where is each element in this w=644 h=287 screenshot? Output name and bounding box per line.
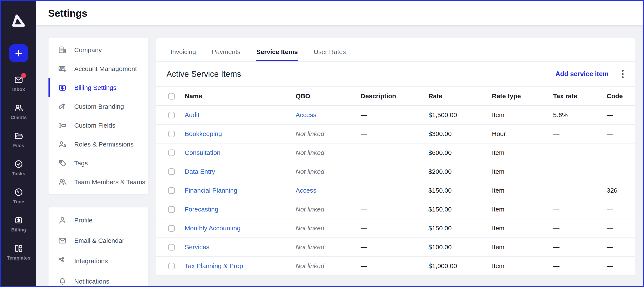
settings-nav-item-company[interactable]: Company — [48, 40, 148, 60]
email-envelope-icon — [58, 236, 67, 245]
settings-nav-item-email-calendar[interactable]: Email & Calendar — [48, 230, 148, 251]
description-cell: — — [360, 206, 428, 213]
time-clock-icon — [14, 188, 24, 197]
service-item-name-link[interactable]: Tax Planning & Prep — [185, 262, 243, 270]
app-frame: InboxClientsFilesTasksTimeBillingTemplat… — [0, 0, 644, 287]
settings-nav-item-profile[interactable]: Profile — [48, 210, 148, 230]
description-cell: — — [360, 244, 428, 251]
service-item-name-link[interactable]: Audit — [185, 111, 199, 118]
sidebar-item-label: Time — [13, 199, 24, 205]
row-checkbox[interactable] — [168, 206, 175, 213]
sidebar-item-inbox[interactable]: Inbox — [1, 70, 36, 98]
tab-user-rates[interactable]: User Rates — [314, 48, 346, 56]
column-header-code: Code — [607, 92, 635, 100]
sidebar-item-billing[interactable]: Billing — [1, 210, 36, 238]
billing-dollar-icon — [14, 216, 24, 225]
settings-nav-item-team-members-teams[interactable]: Team Members & Teams — [48, 173, 148, 192]
account-card-icon — [58, 64, 67, 73]
code-cell: — — [607, 206, 635, 213]
table-row: Monthly AccountingNot linked—$150.00Item… — [156, 219, 635, 238]
settings-nav-item-roles-permissions[interactable]: Roles & Permissions — [48, 135, 148, 154]
settings-nav-item-tags[interactable]: Tags — [48, 154, 148, 173]
sidebar-item-files[interactable]: Files — [1, 126, 36, 154]
sidebar-item-label: Files — [13, 143, 24, 148]
settings-nav-item-label: Custom Branding — [74, 103, 124, 110]
qbo-not-linked-status: Not linked — [296, 224, 324, 232]
table-row: Financial PlanningAccess—$150.00Item—326 — [156, 181, 635, 200]
service-item-name-link[interactable]: Bookkeeping — [185, 130, 222, 137]
code-cell: — — [607, 130, 635, 138]
row-checkbox[interactable] — [168, 225, 175, 232]
service-item-name-link[interactable]: Consultation — [185, 149, 220, 156]
sidebar-item-tasks[interactable]: Tasks — [1, 154, 36, 182]
table-row: ServicesNot linked—$100.00Item—— — [156, 238, 635, 257]
add-service-item-button[interactable]: Add service item — [556, 70, 608, 78]
row-checkbox[interactable] — [168, 150, 175, 156]
description-cell: — — [360, 111, 428, 118]
more-options-button[interactable] — [618, 68, 627, 80]
code-cell: — — [607, 262, 635, 270]
sidebar-nav: InboxClientsFilesTasksTimeBillingTemplat… — [1, 70, 36, 266]
settings-nav-item-account-management[interactable]: Account Management — [48, 60, 148, 78]
rate-type-cell: Item — [492, 262, 553, 270]
rate-cell: $100.00 — [428, 244, 492, 251]
teams-people-icon — [58, 178, 67, 186]
description-cell: — — [360, 149, 428, 156]
service-item-name-link[interactable]: Monthly Accounting — [185, 224, 240, 232]
rate-type-cell: Item — [492, 187, 553, 194]
rate-type-cell: Item — [492, 111, 553, 118]
qbo-linked-item-link[interactable]: Access — [296, 111, 316, 118]
tab-payments[interactable]: Payments — [212, 48, 240, 56]
settings-nav-item-integrations[interactable]: Integrations — [48, 251, 148, 271]
tab-invoicing[interactable]: Invoicing — [170, 48, 196, 56]
row-checkbox[interactable] — [168, 131, 175, 137]
column-header-name: Name — [185, 92, 296, 100]
row-checkbox[interactable] — [168, 187, 175, 194]
table-row: ConsultationNot linked—$600.00Item—— — [156, 144, 635, 162]
page-title: Settings — [48, 8, 87, 19]
sidebar-item-time[interactable]: Time — [1, 182, 36, 210]
sidebar-item-label: Billing — [11, 227, 26, 233]
code-cell: 326 — [607, 187, 635, 194]
rate-type-cell: Item — [492, 224, 553, 232]
service-item-name-link[interactable]: Financial Planning — [185, 187, 237, 194]
branding-roller-icon — [58, 102, 67, 111]
tab-service-items[interactable]: Service Items — [256, 48, 298, 56]
sidebar-item-label: Clients — [10, 115, 26, 120]
service-item-name-link[interactable]: Services — [185, 244, 210, 250]
tax-rate-cell: — — [553, 168, 607, 175]
service-item-name-link[interactable]: Forecasting — [185, 206, 218, 213]
sidebar-item-templates[interactable]: Templates — [1, 238, 36, 266]
service-item-name-link[interactable]: Data Entry — [185, 168, 215, 175]
settings-nav-item-custom-branding[interactable]: Custom Branding — [48, 97, 148, 116]
description-cell: — — [360, 168, 428, 175]
sidebar-item-label: Inbox — [12, 87, 25, 92]
section-title: Active Service Items — [166, 70, 241, 79]
code-cell: — — [607, 149, 635, 156]
select-all-checkbox[interactable] — [168, 93, 175, 100]
rate-type-cell: Item — [492, 149, 553, 156]
settings-nav-item-label: Billing Settings — [74, 84, 116, 92]
row-checkbox[interactable] — [168, 263, 175, 270]
qbo-not-linked-status: Not linked — [296, 206, 324, 213]
settings-nav-item-billing-settings[interactable]: Billing Settings — [48, 78, 148, 97]
qbo-linked-item-link[interactable]: Access — [296, 187, 316, 194]
toolbar-actions: Add service item — [556, 68, 627, 80]
qbo-not-linked-status: Not linked — [296, 262, 324, 270]
create-new-button[interactable] — [9, 44, 28, 62]
rate-type-cell: Item — [492, 244, 553, 251]
clients-people-icon — [14, 103, 24, 112]
tax-rate-cell: — — [553, 262, 607, 270]
description-cell: — — [360, 187, 428, 194]
row-checkbox[interactable] — [168, 244, 175, 250]
row-checkbox[interactable] — [168, 112, 175, 118]
row-checkbox[interactable] — [168, 168, 175, 175]
sidebar-item-clients[interactable]: Clients — [1, 98, 36, 126]
code-cell: — — [607, 168, 635, 175]
settings-nav-item-notifications[interactable]: Notifications — [48, 271, 148, 287]
settings-nav-item-custom-fields[interactable]: Custom Fields — [48, 116, 148, 135]
rate-type-cell: Hour — [492, 130, 553, 138]
settings-nav-item-label: Account Management — [74, 65, 137, 72]
integrations-share-icon — [58, 256, 67, 266]
table-row: Tax Planning & PrepNot linked—$1,000.00I… — [156, 257, 635, 276]
